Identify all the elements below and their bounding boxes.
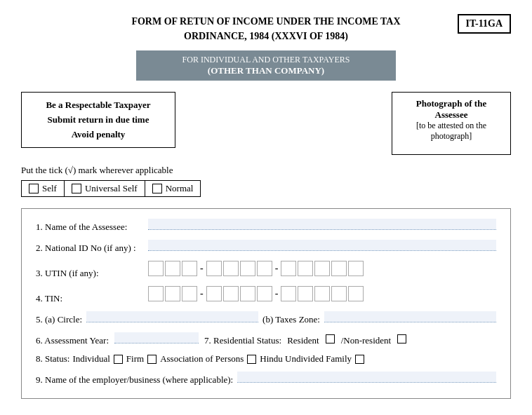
checkbox-resident[interactable] bbox=[326, 334, 335, 343]
taxpayer-line1: Be a Respectable Taxpayer bbox=[32, 98, 165, 113]
tin-d1[interactable] bbox=[148, 286, 164, 301]
field8-individual-label: Individual bbox=[72, 353, 109, 365]
field8-huf-label: Hindu Undivided Family bbox=[260, 353, 352, 365]
form-title: FORM OF RETUN OF INCOME UNDER THE INCOME… bbox=[131, 14, 400, 43]
utin-digit-group: - - bbox=[148, 261, 364, 276]
tin-sep1: - bbox=[200, 288, 204, 299]
page: FORM OF RETUN OF INCOME UNDER THE INCOME… bbox=[0, 0, 532, 413]
photo-note: [to be attested on the photograph] bbox=[402, 121, 500, 142]
tin-d6[interactable] bbox=[240, 286, 255, 301]
field6-label: 6. Assessment Year: bbox=[36, 335, 109, 346]
tick-options: Self Universal Self Normal bbox=[21, 180, 511, 197]
subtitle-line1: FOR INDIVIDUAL AND OTHER TAXPAYERS bbox=[150, 55, 382, 65]
tin-d12[interactable] bbox=[348, 286, 364, 301]
middle-row: Be a Respectable Taxpayer Submit return … bbox=[21, 92, 511, 155]
field3-label: 3. UTIN (if any): bbox=[36, 268, 148, 279]
utin-d7[interactable] bbox=[257, 261, 272, 276]
form-code-box: IT-11GA bbox=[458, 14, 511, 34]
field1-label: 1. Name of the Assessee: bbox=[36, 222, 148, 233]
subtitle-line2: (OTHER THAN COMPANY) bbox=[150, 65, 382, 76]
photo-title: Photograph of the Assessee bbox=[402, 98, 500, 121]
tin-d7[interactable] bbox=[257, 286, 272, 301]
field9-input[interactable] bbox=[237, 372, 496, 383]
header-area: FORM OF RETUN OF INCOME UNDER THE INCOME… bbox=[21, 14, 511, 43]
taxpayer-box: Be a Respectable Taxpayer Submit return … bbox=[21, 92, 175, 148]
tin-d11[interactable] bbox=[331, 286, 347, 301]
tick-label: Put the tick (√) mark wherever applicabl… bbox=[21, 165, 511, 176]
field8-aop-label: Association of Persons bbox=[160, 353, 244, 365]
utin-d12[interactable] bbox=[348, 261, 364, 276]
checkbox-normal[interactable] bbox=[152, 184, 162, 193]
field5a-label: 5. (a) Circle: bbox=[36, 314, 82, 325]
tin-digit-group: - - bbox=[148, 286, 364, 301]
utin-d3[interactable] bbox=[182, 261, 197, 276]
taxpayer-line3: Avoid penalty bbox=[32, 128, 165, 142]
tick-option-normal[interactable]: Normal bbox=[145, 180, 201, 197]
tick-label-text: Put the tick (√) mark wherever applicabl… bbox=[21, 165, 173, 175]
tin-d4[interactable] bbox=[206, 286, 222, 301]
title-line1: FORM OF RETUN OF INCOME UNDER THE INCOME… bbox=[131, 14, 400, 29]
utin-d2[interactable] bbox=[165, 261, 180, 276]
field5a-input[interactable] bbox=[86, 311, 258, 322]
field8-firm-label: Firm bbox=[126, 353, 144, 365]
checkbox-self[interactable] bbox=[29, 184, 39, 193]
checkbox-firm[interactable] bbox=[147, 355, 157, 364]
checkbox-nonresident[interactable] bbox=[397, 334, 406, 343]
utin-d9[interactable] bbox=[298, 261, 313, 276]
utin-sep1: - bbox=[200, 263, 204, 274]
form-row-5: 5. (a) Circle: (b) Taxes Zone: bbox=[36, 311, 496, 325]
subtitle-banner: FOR INDIVIDUAL AND OTHER TAXPAYERS (OTHE… bbox=[136, 50, 396, 81]
field6-input[interactable] bbox=[114, 332, 199, 343]
checkbox-individual[interactable] bbox=[114, 355, 123, 364]
tin-d8[interactable] bbox=[281, 286, 296, 301]
checkbox-universal[interactable] bbox=[72, 184, 81, 193]
form-row-2: 2. National ID No (if any) : bbox=[36, 240, 496, 254]
tick-label-self: Self bbox=[42, 183, 57, 194]
field1-input[interactable] bbox=[148, 219, 496, 230]
tin-d5[interactable] bbox=[223, 286, 239, 301]
utin-d5[interactable] bbox=[223, 261, 239, 276]
field9-label: 9. Name of the employer/business (where … bbox=[36, 374, 233, 386]
tin-d3[interactable] bbox=[182, 286, 197, 301]
utin-d11[interactable] bbox=[331, 261, 347, 276]
form-row-4: 4. TIN: - - bbox=[36, 286, 496, 304]
tick-label-normal: Normal bbox=[166, 183, 194, 194]
field7-resident-label: Resident bbox=[287, 335, 319, 346]
tick-option-self[interactable]: Self bbox=[21, 180, 65, 197]
title-line2: ORDINANCE, 1984 (XXXVI OF 1984) bbox=[131, 29, 400, 43]
field7-label: 7. Residential Status: bbox=[204, 335, 281, 346]
tick-label-universal: Universal Self bbox=[85, 183, 138, 194]
tick-option-universal[interactable]: Universal Self bbox=[65, 180, 145, 197]
form-section: 1. Name of the Assessee: 2. National ID … bbox=[21, 208, 511, 399]
photo-box: Photograph of the Assessee [to be attest… bbox=[392, 92, 511, 155]
field2-label: 2. National ID No (if any) : bbox=[36, 243, 148, 254]
tin-d10[interactable] bbox=[314, 286, 330, 301]
utin-d1[interactable] bbox=[148, 261, 164, 276]
utin-d10[interactable] bbox=[314, 261, 330, 276]
tin-sep2: - bbox=[275, 288, 279, 299]
tin-d2[interactable] bbox=[165, 286, 180, 301]
form-code: IT-11GA bbox=[466, 18, 503, 29]
checkbox-aop[interactable] bbox=[247, 355, 256, 364]
field5b-input[interactable] bbox=[324, 311, 496, 322]
tin-d9[interactable] bbox=[298, 286, 313, 301]
utin-d4[interactable] bbox=[206, 261, 222, 276]
utin-sep2: - bbox=[275, 263, 279, 274]
form-row-9: 9. Name of the employer/business (where … bbox=[36, 372, 496, 386]
field7-nonresident-label: /Non-resident bbox=[341, 335, 391, 346]
field8-label: 8. Status: bbox=[36, 353, 69, 365]
field5b-label: (b) Taxes Zone: bbox=[262, 314, 320, 325]
form-row-8: 8. Status: Individual Firm Association o… bbox=[36, 353, 496, 365]
utin-d6[interactable] bbox=[240, 261, 255, 276]
taxpayer-line2: Submit return in due time bbox=[32, 113, 165, 128]
form-row-67: 6. Assessment Year: 7. Residential Statu… bbox=[36, 332, 496, 346]
field2-input[interactable] bbox=[148, 240, 496, 251]
form-row-3: 3. UTIN (if any): - - bbox=[36, 261, 496, 279]
form-row-1: 1. Name of the Assessee: bbox=[36, 219, 496, 233]
utin-d8[interactable] bbox=[281, 261, 296, 276]
field4-label: 4. TIN: bbox=[36, 293, 148, 304]
checkbox-huf[interactable] bbox=[355, 355, 364, 364]
